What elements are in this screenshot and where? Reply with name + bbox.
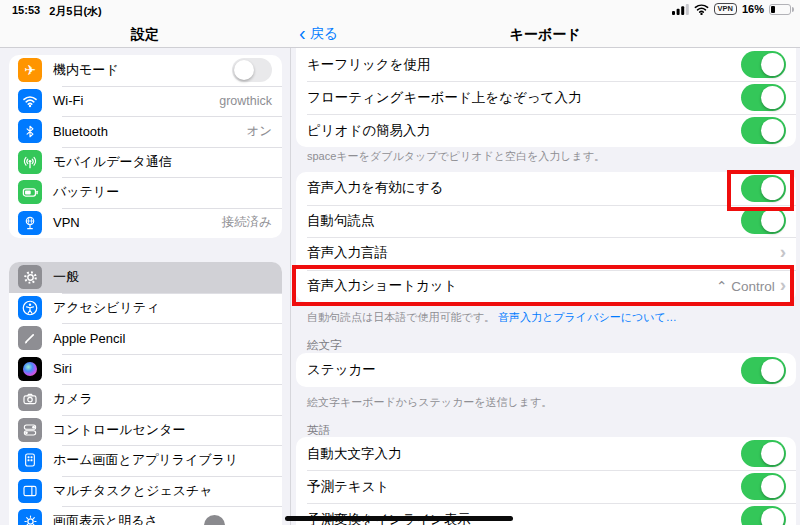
sidebar-item-label: バッテリー xyxy=(53,183,119,201)
multitask-icon xyxy=(18,479,42,503)
ipad-settings-screen: 15:53 2月5日(水) VPN 16% 設定 ‹ 戻る xyxy=(0,0,800,525)
display-brightness-icon xyxy=(18,509,42,525)
row-inline-predictions[interactable]: 予測変換をインライン表示 xyxy=(296,503,796,525)
sidebar-item-airplane-mode[interactable]: ✈ 機内モード xyxy=(9,55,282,86)
sidebar-item-label: 一般 xyxy=(53,268,79,286)
pane-divider xyxy=(290,48,291,525)
sidebar-item-label: マルチタスクとジェスチャ xyxy=(53,482,213,500)
dictation-privacy-link[interactable]: 音声入力とプライバシーについて… xyxy=(498,311,677,323)
sidebar-item-multitasking[interactable]: マルチタスクとジェスチャ xyxy=(9,476,282,507)
status-date: 2月5日(水) xyxy=(49,4,102,19)
sidebar-item-label: Apple Pencil xyxy=(53,331,125,346)
sidebar: ✈ 機内モード Wi-Fi growthick Bluetooth オン xyxy=(0,48,290,525)
sidebar-item-general[interactable]: 一般 xyxy=(9,262,282,293)
camera-icon xyxy=(18,387,42,411)
row-auto-capitalization[interactable]: 自動大文字入力 xyxy=(296,437,796,470)
accessibility-icon xyxy=(18,296,42,320)
home-screen-icon xyxy=(18,448,42,472)
sidebar-item-apple-pencil[interactable]: Apple Pencil xyxy=(9,323,282,354)
section-header-emoji: 絵文字 xyxy=(307,338,342,353)
sidebar-group-general: 一般 アクセシビリティ Apple Pencil Siri xyxy=(9,262,282,525)
sidebar-item-vpn[interactable]: VPN 接続済み xyxy=(9,208,282,239)
sidebar-item-bluetooth[interactable]: Bluetooth オン xyxy=(9,116,282,147)
sidebar-item-label: モバイルデータ通信 xyxy=(53,153,172,171)
sidebar-item-label: Bluetooth xyxy=(53,124,108,139)
row-label: 音声入力を有効にする xyxy=(307,179,443,197)
footer-dictation-text: 自動句読点は日本語で使用可能です。 xyxy=(307,311,495,323)
row-auto-punctuation[interactable]: 自動句読点 xyxy=(296,205,796,238)
sidebar-item-label: ホーム画面とアプリライブラリ xyxy=(53,451,238,469)
row-period-shortcut[interactable]: ピリオドの簡易入力 xyxy=(296,114,796,147)
control-center-icon xyxy=(18,418,42,442)
sidebar-item-label: 画面表示と明るさ xyxy=(53,512,158,525)
row-label: 予測テキスト xyxy=(307,478,389,496)
auto-punctuation-toggle[interactable] xyxy=(741,207,786,234)
sidebar-item-accessibility[interactable]: アクセシビリティ xyxy=(9,293,282,324)
sidebar-item-home-screen[interactable]: ホーム画面とアプリライブラリ xyxy=(9,445,282,476)
chevron-right-icon: › xyxy=(780,242,786,261)
group-emoji: ステッカー xyxy=(296,353,796,387)
stickers-toggle[interactable] xyxy=(741,357,786,384)
sidebar-item-label: アクセシビリティ xyxy=(53,299,159,317)
airplane-mode-toggle[interactable] xyxy=(232,58,272,82)
key-flick-toggle[interactable] xyxy=(741,51,786,78)
sidebar-item-label: 機内モード xyxy=(53,61,119,79)
wifi-network-name: growthick xyxy=(219,94,272,108)
home-indicator[interactable] xyxy=(285,516,513,521)
sidebar-group-connectivity: ✈ 機内モード Wi-Fi growthick Bluetooth オン xyxy=(9,55,282,238)
row-label: キーフリックを使用 xyxy=(307,56,430,74)
status-time: 15:53 xyxy=(12,4,40,19)
row-predictive-text[interactable]: 予測テキスト xyxy=(296,470,796,503)
wifi-status-icon xyxy=(694,4,709,15)
cellular-signal-icon xyxy=(672,4,689,15)
section-header-english: 英語 xyxy=(307,423,330,438)
sidebar-item-label: VPN xyxy=(53,215,80,230)
predictive-text-toggle[interactable] xyxy=(741,473,786,500)
sidebar-item-control-center[interactable]: コントロールセンター xyxy=(9,415,282,446)
inline-predictions-toggle[interactable] xyxy=(741,506,786,525)
pencil-icon xyxy=(18,326,42,350)
sidebar-item-siri[interactable]: Siri xyxy=(9,354,282,385)
row-key-flick[interactable]: キーフリックを使用 xyxy=(296,48,796,81)
vpn-badge: VPN xyxy=(714,3,737,15)
sidebar-item-label: Siri xyxy=(53,361,72,376)
period-shortcut-toggle[interactable] xyxy=(741,117,786,144)
gear-icon xyxy=(18,265,42,289)
group-english: 自動大文字入力 予測テキスト 予測変換をインライン表示 xyxy=(296,437,796,525)
status-time-date: 15:53 2月5日(水) xyxy=(12,4,102,19)
wifi-icon xyxy=(18,89,42,113)
footer-stickers: 絵文字キーボードからステッカーを送信します。 xyxy=(307,395,785,409)
sidebar-title: 設定 xyxy=(0,26,290,44)
group-key-input: キーフリックを使用 フローティングキーボード上をなぞって入力 ピリオドの簡易入力 xyxy=(296,48,796,147)
row-enable-dictation[interactable]: 音声入力を有効にする xyxy=(296,172,796,205)
footer-dictation: 自動句読点は日本語で使用可能です。 音声入力とプライバシーについて… xyxy=(307,310,785,324)
row-floating-keyboard-trace[interactable]: フローティングキーボード上をなぞって入力 xyxy=(296,81,796,114)
status-icons: VPN 16% xyxy=(672,3,791,15)
annotation-box-dictation-shortcut-row xyxy=(292,265,794,306)
vpn-globe-icon xyxy=(18,211,42,235)
footer-period-shortcut: spaceキーをダブルタップでピリオドと空白を入力します。 xyxy=(307,149,785,163)
row-label: ステッカー xyxy=(307,361,376,379)
sidebar-item-cellular[interactable]: モバイルデータ通信 xyxy=(9,147,282,178)
floating-trace-toggle[interactable] xyxy=(741,84,786,111)
sidebar-item-display-brightness[interactable]: 画面表示と明るさ xyxy=(9,506,282,525)
row-label: 自動句読点 xyxy=(307,212,375,230)
top-bar: 15:53 2月5日(水) VPN 16% 設定 ‹ 戻る xyxy=(0,0,800,48)
sidebar-item-camera[interactable]: カメラ xyxy=(9,384,282,415)
vpn-status: 接続済み xyxy=(222,214,272,231)
battery-icon xyxy=(769,4,791,15)
annotation-box-dictation-toggle xyxy=(727,170,794,211)
siri-icon xyxy=(18,357,42,381)
sidebar-item-label: コントロールセンター xyxy=(53,421,185,439)
sidebar-item-wifi[interactable]: Wi-Fi growthick xyxy=(9,86,282,117)
bluetooth-icon xyxy=(18,119,42,143)
bluetooth-status: オン xyxy=(246,123,272,140)
airplane-icon: ✈ xyxy=(18,58,42,82)
page-title: キーボード xyxy=(290,26,800,44)
auto-capitalization-toggle[interactable] xyxy=(741,440,786,467)
row-stickers[interactable]: ステッカー xyxy=(296,353,796,387)
battery-setting-icon xyxy=(18,180,42,204)
row-label: フローティングキーボード上をなぞって入力 xyxy=(307,89,581,107)
battery-percent: 16% xyxy=(742,3,764,15)
sidebar-item-battery[interactable]: バッテリー xyxy=(9,177,282,208)
